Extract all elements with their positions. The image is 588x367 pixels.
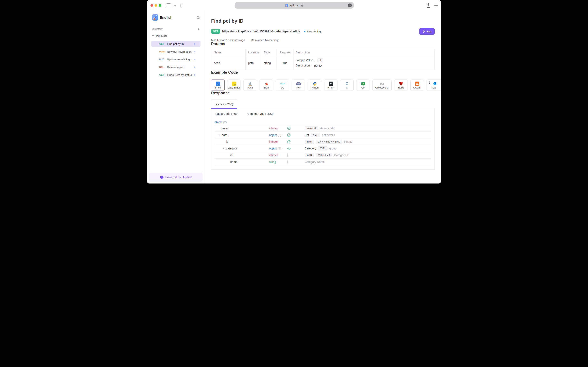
javascript-icon: JS [232, 82, 236, 86]
svg-text:C#: C# [362, 83, 364, 85]
new-tab-icon[interactable] [434, 3, 438, 7]
language-card-python[interactable]: Python [308, 80, 321, 91]
sidebar-item-deletes-a-pet[interactable]: DEL Deletes a pet [151, 64, 200, 70]
language-card-shell[interactable]: ❯ Shell [211, 80, 225, 91]
status-dot [194, 67, 195, 68]
language-card-go[interactable]: GO Go [276, 80, 289, 91]
csharp-icon: C# [356, 81, 370, 86]
back-button[interactable] [179, 3, 182, 8]
method-badge: GET [159, 43, 167, 45]
sidebar-item-new-pet-information[interactable]: POST New pet information [151, 49, 200, 55]
sidebar: English Directory Pet Store GET Find pet… [147, 11, 205, 184]
language-card-javascript[interactable]: JS JavaScript [227, 80, 241, 91]
language-card-csharp[interactable]: C# C# [356, 80, 370, 91]
http-icon [329, 82, 333, 86]
sample-value-chip: 1 [318, 58, 323, 62]
project-title: English [160, 16, 172, 20]
language-card-php[interactable]: php PHP [292, 80, 305, 91]
project-logo [152, 14, 158, 21]
status-dot [194, 51, 195, 52]
param-location-cell: path [245, 56, 261, 70]
php-icon: php [296, 82, 301, 85]
sidebar-item-finds-pets-by-status[interactable]: GET Finds Pets by status [151, 72, 200, 78]
java-icon [243, 81, 257, 86]
sidebar-item-update-an-existing[interactable]: PUT Update an existing... [151, 56, 200, 62]
param-description-cell: Sample Value： 1 Description： pet ID [293, 56, 434, 70]
site-favicon [285, 4, 288, 7]
maintainer-label: Maintainer: No Settings [251, 39, 279, 42]
method-badge-get: GET [211, 29, 220, 34]
col-header-type: Type [261, 49, 277, 56]
window-zoom-button[interactable] [159, 4, 161, 7]
response-tabs: success (200) [211, 99, 435, 108]
lightning-icon [423, 30, 425, 33]
caret-down-icon [152, 35, 154, 36]
language-card-swift[interactable]: Swift [259, 80, 273, 91]
language-card-http[interactable]: HTTP [324, 80, 337, 91]
active-tab-indicator [211, 108, 237, 109]
language-card-java[interactable]: Java [243, 80, 257, 91]
status-dot [194, 59, 195, 60]
search-icon[interactable] [197, 16, 200, 20]
optional-circle-icon [287, 160, 291, 164]
language-card-c[interactable]: C C [340, 80, 354, 91]
method-badge: DEL [159, 66, 167, 68]
swift-icon [260, 81, 273, 86]
example-code-heading: Example Code [211, 70, 435, 75]
language-card-objective-c[interactable]: [C] Objective-C [372, 80, 392, 91]
window-minimize-button[interactable] [155, 4, 157, 7]
directory-label: Directory [152, 27, 163, 30]
svg-text:GO: GO [281, 82, 285, 85]
apifox-docs-window: { "browser": { "url": "apifox.cn", "elli… [147, 0, 441, 184]
schema-row-category-id[interactable]: id integer int64 Value >= 1 Category ID [215, 152, 431, 159]
endpoint-url: https://mock.apifox.cn/m1/1509891-0-defa… [222, 30, 300, 33]
c-icon: C [346, 82, 348, 86]
col-header-name: Name [211, 49, 245, 56]
method-badge: PUT [159, 58, 167, 60]
powered-by-apifox-link[interactable]: Powered by Apifox [149, 173, 203, 182]
chevron-down-icon[interactable] [174, 5, 176, 7]
api-doc-content: Find pet by ID GET https://mock.apifox.c… [205, 11, 441, 184]
ocaml-icon [415, 82, 419, 86]
schema-row-id[interactable]: id integer int64 1 <= Value <= 5000 Pet … [215, 138, 431, 145]
schema-row-category-name[interactable]: name string Category Name [215, 159, 431, 165]
caret-down-icon[interactable] [223, 148, 224, 149]
shell-icon: ❯ [216, 82, 220, 86]
response-schema-tree: object {2} code integer Value: 0 status … [211, 119, 434, 165]
optional-circle-icon [287, 154, 291, 157]
run-button[interactable]: Run [419, 28, 435, 35]
params-table: Name Location Type Required Description … [211, 49, 435, 70]
tab-success-200[interactable]: success (200) [211, 99, 237, 109]
toolbar-divider [173, 3, 173, 8]
apifox-logo-icon [160, 175, 164, 179]
ruby-icon [394, 81, 407, 86]
status-dot [194, 74, 195, 76]
page-settings-icon[interactable]: ••• [348, 3, 352, 7]
caret-down-icon[interactable] [218, 134, 220, 136]
param-required-cell: true [277, 56, 293, 70]
language-card-list: ❯ Shell JS JavaScript Java [211, 80, 435, 91]
sidebar-toggle-icon[interactable] [166, 3, 171, 7]
share-icon[interactable] [426, 3, 431, 8]
method-badge: GET [159, 74, 167, 76]
language-card-dart-partial[interactable]: ••• Da [426, 80, 441, 91]
sidebar-group-pet-store[interactable]: Pet Store [152, 34, 167, 37]
param-name-cell: petId [211, 56, 245, 70]
sidebar-item-find-pet-by-id[interactable]: GET Find pet by ID [151, 41, 200, 47]
schema-row-category[interactable]: category object{2} Category XML group [215, 145, 431, 152]
language-card-ruby[interactable]: Ruby [394, 80, 408, 91]
collapse-all-icon[interactable] [198, 27, 200, 30]
schema-row-data[interactable]: data object{6} Pet XML pet details [215, 132, 431, 138]
page-title: Find pet by ID [211, 18, 435, 24]
language-card-ocaml[interactable]: OCaml [410, 80, 424, 91]
address-bar[interactable]: apifox.cn ••• [235, 2, 354, 8]
required-check-icon [287, 127, 291, 130]
schema-root-row[interactable]: object {2} [215, 119, 431, 125]
modified-at-label: Modified at: 16 minutes ago [211, 39, 245, 42]
response-panel: Status Code : 200 Content Type : JSON ob… [211, 108, 435, 170]
required-check-icon [287, 147, 291, 150]
lock-icon [301, 5, 303, 7]
window-close-button[interactable] [150, 4, 153, 7]
schema-row-code[interactable]: code integer Value: 0 status code [215, 125, 431, 132]
content-type-label: Content Type : JSON [247, 112, 274, 115]
